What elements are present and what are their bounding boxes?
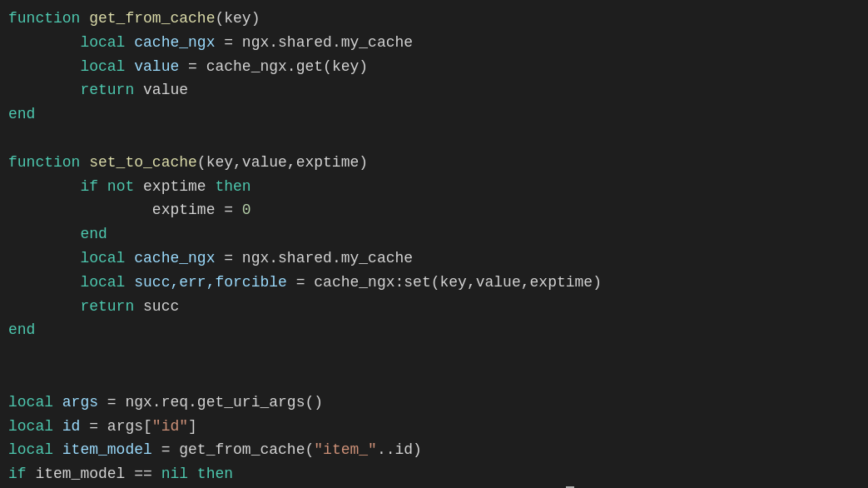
code-token: then	[197, 466, 233, 482]
code-editor: function get_from_cache(key) local cache…	[0, 0, 868, 488]
code-line: return succ	[0, 295, 868, 319]
code-token: "item_"	[314, 441, 377, 458]
code-line: end	[0, 318, 868, 342]
code-token: end	[8, 106, 35, 122]
code-token: local	[8, 441, 62, 458]
code-token: item_model	[62, 441, 152, 458]
code-token: = ngx.shared.my_cache	[215, 34, 413, 51]
code-line: return value	[0, 78, 868, 102]
code-line: local succ,err,forcible = cache_ngx:set(…	[0, 271, 868, 295]
code-token: = ngx.shared.my_cache	[215, 250, 413, 266]
code-line	[0, 342, 868, 366]
code-token: set_to_cache	[89, 154, 197, 171]
code-token: cache_ngx	[134, 250, 215, 266]
code-line: local id = args["id"]	[0, 415, 868, 439]
code-line: local args = ngx.req.get_uri_args()	[0, 391, 868, 415]
code-token: end	[8, 321, 35, 338]
code-line: local value = cache_ngx.get(key)	[0, 55, 868, 79]
code-token: = cache_ngx.get(key)	[179, 58, 368, 75]
code-token: if	[8, 466, 35, 482]
code-line: if item_model == nil then	[0, 462, 868, 486]
code-token: value	[143, 82, 188, 98]
code-token: not	[107, 178, 143, 195]
code-token: return	[8, 82, 143, 98]
code-token: local	[8, 418, 62, 435]
code-token: (key)	[215, 10, 260, 27]
code-token: value	[134, 58, 179, 75]
code-token: exptime	[143, 178, 215, 195]
code-token: = cache_ngx:set(key,value,exptime)	[287, 274, 602, 291]
code-token: 0	[242, 202, 251, 218]
code-line: if not exptime then	[0, 175, 868, 199]
code-line	[0, 366, 868, 391]
code-line: local item_model = get_from_cache("item_…	[0, 438, 868, 462]
code-token: local	[8, 394, 62, 411]
code-token: ..id)	[377, 441, 422, 458]
code-token: args	[62, 394, 98, 411]
code-token: local	[8, 34, 134, 51]
code-token: "id"	[152, 418, 188, 435]
code-token: succ	[143, 298, 179, 315]
code-token: return	[8, 298, 143, 315]
code-token: exptime =	[8, 202, 242, 218]
code-token: end	[8, 226, 107, 242]
code-line: local cache_ngx = ngx.shared.my_cache	[0, 246, 868, 271]
code-line: function get_from_cache(key)	[0, 7, 868, 31]
code-token: function	[8, 154, 89, 171]
code-token: item_model ==	[35, 466, 161, 482]
code-token: nil	[161, 466, 197, 482]
code-line: local cache_ngx = ngx.shared.my_cache	[0, 31, 868, 55]
code-token: succ,err,forcible	[134, 274, 287, 291]
code-token: = args[	[80, 418, 151, 435]
code-line: end	[0, 102, 868, 127]
code-token: function	[8, 10, 89, 27]
code-token: (key,value,exptime)	[197, 154, 368, 171]
code-token: = get_from_cache(	[152, 441, 314, 458]
code-token: local	[8, 274, 134, 291]
code-line: function set_to_cache(key,value,exptime)	[0, 151, 868, 175]
code-line: end	[0, 222, 868, 246]
code-token: ]	[188, 418, 197, 435]
code-token: get_from_cache	[89, 10, 215, 27]
code-token: local	[8, 250, 134, 266]
code-line: exptime = 0	[0, 198, 868, 222]
code-token: if	[8, 178, 107, 195]
code-token: id	[62, 418, 81, 435]
code-token: local	[8, 58, 134, 75]
code-token: = ngx.req.get_uri_args()	[98, 394, 323, 411]
code-token: cache_ngx	[134, 34, 215, 51]
code-token: then	[215, 178, 250, 195]
code-line	[0, 127, 868, 151]
